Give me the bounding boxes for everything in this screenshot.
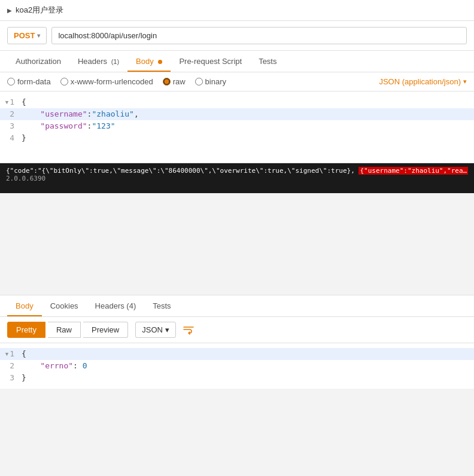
response-section: Body Cookies Headers (4) Tests Pretty Ra… xyxy=(0,295,474,389)
code-line-2: 2 "username":"zhaoliu", xyxy=(0,108,474,120)
urlencoded-radio[interactable] xyxy=(60,78,68,86)
tab-headers[interactable]: Headers (1) xyxy=(69,51,127,72)
response-line-2: 2 "errno": 0 xyxy=(0,360,474,372)
json-format-button[interactable]: JSON ▾ xyxy=(135,322,176,338)
method-button[interactable]: POST ▾ xyxy=(7,27,47,44)
request-title: koa2用户登录 xyxy=(16,5,63,16)
binary-option[interactable]: binary xyxy=(195,77,226,86)
body-options-bar: form-data x-www-form-urlencoded raw bina… xyxy=(0,72,474,91)
response-code-view: ▼ 1 { 2 "errno": 0 3 } xyxy=(0,343,474,389)
response-fold-arrow-icon[interactable]: ▼ xyxy=(5,348,8,360)
response-tab-headers[interactable]: Headers (4) xyxy=(87,295,145,316)
request-body-editor[interactable]: ▼ 1 { 2 "username":"zhaoliu", 3 "passwor… xyxy=(0,91,474,163)
terminal-output: {"code":"{\"bitOnly\":true,\"message\":\… xyxy=(0,163,474,193)
response-tab-body[interactable]: Body xyxy=(7,295,42,316)
method-label: POST xyxy=(14,31,35,40)
form-data-radio[interactable] xyxy=(7,78,15,86)
app-container: ▶ koa2用户登录 POST ▾ Authorization Headers … xyxy=(0,0,474,476)
json-format-chevron-icon: ▾ xyxy=(165,325,169,334)
tab-authorization[interactable]: Authorization xyxy=(7,51,69,72)
json-format-label: JSON xyxy=(142,325,163,334)
raw-button[interactable]: Raw xyxy=(48,322,81,338)
json-type-label: JSON (application/json) xyxy=(379,77,461,86)
response-line-3: 3 } xyxy=(0,372,474,384)
response-tab-tests[interactable]: Tests xyxy=(144,295,179,316)
json-type-selector[interactable]: JSON (application/json) ▾ xyxy=(379,77,467,86)
binary-radio[interactable] xyxy=(195,78,203,86)
url-input[interactable] xyxy=(51,27,467,44)
tab-pre-request-script[interactable]: Pre-request Script xyxy=(171,51,250,72)
wrap-text-button[interactable] xyxy=(178,322,199,338)
mid-filler xyxy=(0,193,474,295)
code-line-1: ▼ 1 { xyxy=(0,96,474,108)
form-data-option[interactable]: form-data xyxy=(7,77,51,86)
raw-radio[interactable] xyxy=(163,78,171,86)
response-tab-cookies[interactable]: Cookies xyxy=(42,295,87,316)
request-tabs-bar: Authorization Headers (1) Body Pre-reque… xyxy=(0,51,474,72)
response-line-1: ▼ 1 { xyxy=(0,348,474,360)
method-chevron-icon: ▾ xyxy=(37,32,40,39)
code-line-4: 4 } xyxy=(0,132,474,144)
pretty-button[interactable]: Pretty xyxy=(7,322,45,338)
body-active-dot xyxy=(158,60,162,64)
headers-badge: (1) xyxy=(111,58,119,65)
terminal-line-2: 2.0.0.6390 xyxy=(6,175,468,182)
tab-tests[interactable]: Tests xyxy=(250,51,285,72)
json-type-chevron-icon: ▾ xyxy=(463,78,467,86)
raw-option[interactable]: raw xyxy=(163,77,186,86)
fold-arrow-icon[interactable]: ▼ xyxy=(5,96,8,108)
tab-body[interactable]: Body xyxy=(127,51,171,72)
response-toolbar: Pretty Raw Preview JSON ▾ xyxy=(0,317,474,343)
wrap-icon xyxy=(183,325,194,335)
top-bar: ▶ koa2用户登录 xyxy=(0,0,474,21)
request-row: POST ▾ xyxy=(0,21,474,51)
code-line-3: 3 "password":"123" xyxy=(0,120,474,132)
expand-arrow-icon[interactable]: ▶ xyxy=(7,7,12,14)
terminal-line-1: {"code":"{\"bitOnly\":true,\"message\":\… xyxy=(6,167,468,175)
urlencoded-option[interactable]: x-www-form-urlencoded xyxy=(60,77,153,86)
response-tabs-bar: Body Cookies Headers (4) Tests xyxy=(0,295,474,317)
preview-button[interactable]: Preview xyxy=(83,322,128,338)
